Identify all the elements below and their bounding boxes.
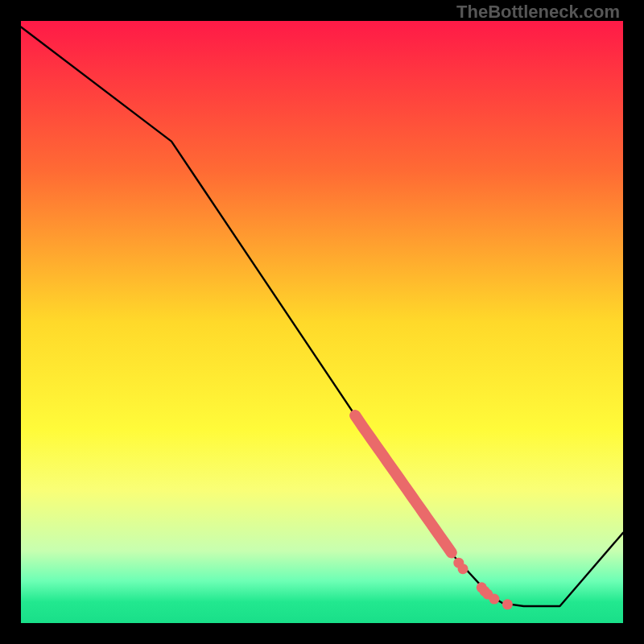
chart-svg: [21, 21, 623, 623]
gradient-bg: [21, 21, 623, 623]
watermark-text: TheBottleneck.com: [456, 2, 620, 23]
highlight-dot: [489, 594, 499, 605]
highlight-dot: [458, 564, 469, 574]
highlight-dot: [502, 599, 513, 609]
plot-area: [21, 21, 623, 623]
